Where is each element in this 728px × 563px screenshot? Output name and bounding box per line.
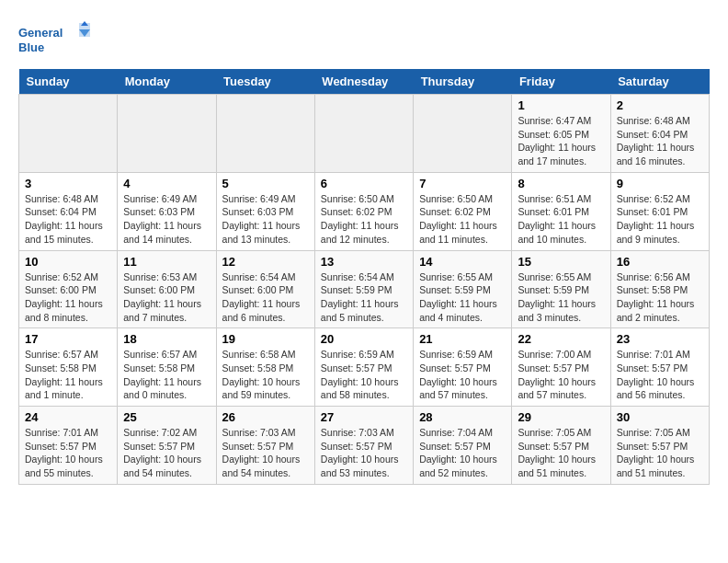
- day-info: Sunrise: 7:00 AM Sunset: 5:57 PM Dayligh…: [518, 348, 604, 402]
- day-info: Sunrise: 6:47 AM Sunset: 6:05 PM Dayligh…: [518, 114, 604, 168]
- day-number: 1: [518, 98, 604, 112]
- calendar-cell: [19, 95, 118, 173]
- calendar-cell: 17Sunrise: 6:57 AM Sunset: 5:58 PM Dayli…: [19, 328, 118, 407]
- day-info: Sunrise: 7:03 AM Sunset: 5:57 PM Dayligh…: [222, 426, 309, 480]
- day-info: Sunrise: 7:01 AM Sunset: 5:57 PM Dayligh…: [25, 426, 111, 480]
- day-number: 18: [123, 332, 210, 346]
- day-number: 15: [518, 255, 604, 269]
- day-info: Sunrise: 7:05 AM Sunset: 5:57 PM Dayligh…: [617, 426, 703, 480]
- day-info: Sunrise: 7:05 AM Sunset: 5:57 PM Dayligh…: [518, 426, 604, 480]
- day-number: 5: [222, 177, 309, 190]
- logo-svg: General Blue: [18, 18, 92, 60]
- day-number: 17: [25, 332, 111, 346]
- calendar-cell: [118, 95, 216, 173]
- weekday-header-thursday: Thursday: [414, 69, 512, 95]
- calendar-cell: 23Sunrise: 7:01 AM Sunset: 5:57 PM Dayli…: [610, 328, 709, 407]
- day-number: 11: [123, 255, 210, 269]
- calendar-cell: 30Sunrise: 7:05 AM Sunset: 5:57 PM Dayli…: [610, 407, 709, 485]
- day-number: 3: [25, 177, 111, 190]
- calendar-cell: 14Sunrise: 6:55 AM Sunset: 5:59 PM Dayli…: [414, 250, 512, 328]
- calendar-cell: 27Sunrise: 7:03 AM Sunset: 5:57 PM Dayli…: [314, 407, 413, 485]
- day-number: 12: [222, 255, 309, 269]
- day-info: Sunrise: 6:57 AM Sunset: 5:58 PM Dayligh…: [25, 348, 111, 402]
- logo: General Blue: [18, 18, 92, 60]
- day-number: 26: [222, 410, 309, 424]
- day-info: Sunrise: 6:53 AM Sunset: 6:00 PM Dayligh…: [123, 270, 210, 325]
- calendar-week-row: 17Sunrise: 6:57 AM Sunset: 5:58 PM Dayli…: [19, 328, 710, 407]
- day-info: Sunrise: 6:55 AM Sunset: 5:59 PM Dayligh…: [419, 270, 506, 325]
- calendar-cell: 9Sunrise: 6:52 AM Sunset: 6:01 PM Daylig…: [610, 172, 709, 250]
- calendar-cell: 11Sunrise: 6:53 AM Sunset: 6:00 PM Dayli…: [118, 250, 216, 328]
- day-info: Sunrise: 6:48 AM Sunset: 6:04 PM Dayligh…: [25, 192, 111, 247]
- day-info: Sunrise: 6:50 AM Sunset: 6:02 PM Dayligh…: [419, 192, 506, 247]
- weekday-header-row: SundayMondayTuesdayWednesdayThursdayFrid…: [19, 69, 710, 95]
- day-info: Sunrise: 7:01 AM Sunset: 5:57 PM Dayligh…: [617, 348, 703, 402]
- day-number: 6: [321, 177, 407, 190]
- day-number: 14: [419, 255, 506, 269]
- calendar-cell: 8Sunrise: 6:51 AM Sunset: 6:01 PM Daylig…: [512, 172, 610, 250]
- calendar-cell: [216, 95, 314, 173]
- calendar-cell: [414, 95, 512, 173]
- svg-text:Blue: Blue: [18, 40, 44, 54]
- calendar-cell: 29Sunrise: 7:05 AM Sunset: 5:57 PM Dayli…: [512, 407, 610, 485]
- day-info: Sunrise: 6:50 AM Sunset: 6:02 PM Dayligh…: [321, 192, 407, 247]
- day-number: 13: [321, 255, 407, 269]
- calendar-cell: 2Sunrise: 6:48 AM Sunset: 6:04 PM Daylig…: [610, 95, 709, 173]
- calendar-cell: 3Sunrise: 6:48 AM Sunset: 6:04 PM Daylig…: [19, 172, 118, 250]
- calendar-cell: [314, 95, 413, 173]
- calendar-cell: 4Sunrise: 6:49 AM Sunset: 6:03 PM Daylig…: [118, 172, 216, 250]
- weekday-header-tuesday: Tuesday: [216, 69, 314, 95]
- day-info: Sunrise: 6:54 AM Sunset: 6:00 PM Dayligh…: [222, 270, 309, 325]
- day-number: 16: [617, 255, 703, 269]
- day-number: 2: [617, 98, 703, 112]
- calendar-cell: 15Sunrise: 6:55 AM Sunset: 5:59 PM Dayli…: [512, 250, 610, 328]
- calendar-cell: 25Sunrise: 7:02 AM Sunset: 5:57 PM Dayli…: [118, 407, 216, 485]
- calendar-cell: 13Sunrise: 6:54 AM Sunset: 5:59 PM Dayli…: [314, 250, 413, 328]
- weekday-header-wednesday: Wednesday: [314, 69, 413, 95]
- day-number: 20: [321, 332, 407, 346]
- day-number: 28: [419, 410, 506, 424]
- day-info: Sunrise: 7:02 AM Sunset: 5:57 PM Dayligh…: [123, 426, 210, 480]
- day-number: 7: [419, 177, 506, 190]
- day-number: 21: [419, 332, 506, 346]
- day-info: Sunrise: 6:49 AM Sunset: 6:03 PM Dayligh…: [222, 192, 309, 247]
- calendar-cell: 7Sunrise: 6:50 AM Sunset: 6:02 PM Daylig…: [414, 172, 512, 250]
- calendar-cell: 26Sunrise: 7:03 AM Sunset: 5:57 PM Dayli…: [216, 407, 314, 485]
- day-number: 10: [25, 255, 111, 269]
- calendar-cell: 21Sunrise: 6:59 AM Sunset: 5:57 PM Dayli…: [414, 328, 512, 407]
- day-info: Sunrise: 6:59 AM Sunset: 5:57 PM Dayligh…: [321, 348, 407, 402]
- calendar-cell: 20Sunrise: 6:59 AM Sunset: 5:57 PM Dayli…: [314, 328, 413, 407]
- day-number: 23: [617, 332, 703, 346]
- day-info: Sunrise: 6:52 AM Sunset: 6:01 PM Dayligh…: [617, 192, 703, 247]
- calendar-cell: 12Sunrise: 6:54 AM Sunset: 6:00 PM Dayli…: [216, 250, 314, 328]
- calendar-cell: 28Sunrise: 7:04 AM Sunset: 5:57 PM Dayli…: [414, 407, 512, 485]
- day-number: 24: [25, 410, 111, 424]
- svg-text:General: General: [18, 26, 63, 40]
- weekday-header-saturday: Saturday: [610, 69, 709, 95]
- weekday-header-sunday: Sunday: [19, 69, 118, 95]
- calendar-cell: 10Sunrise: 6:52 AM Sunset: 6:00 PM Dayli…: [19, 250, 118, 328]
- day-info: Sunrise: 6:57 AM Sunset: 5:58 PM Dayligh…: [123, 348, 210, 402]
- day-info: Sunrise: 6:55 AM Sunset: 5:59 PM Dayligh…: [518, 270, 604, 325]
- weekday-header-monday: Monday: [118, 69, 216, 95]
- day-number: 29: [518, 410, 604, 424]
- day-number: 30: [617, 410, 703, 424]
- calendar-cell: 22Sunrise: 7:00 AM Sunset: 5:57 PM Dayli…: [512, 328, 610, 407]
- day-info: Sunrise: 6:52 AM Sunset: 6:00 PM Dayligh…: [25, 270, 111, 325]
- page-header: General Blue: [18, 18, 710, 60]
- day-number: 8: [518, 177, 604, 190]
- day-number: 19: [222, 332, 309, 346]
- calendar-cell: 1Sunrise: 6:47 AM Sunset: 6:05 PM Daylig…: [512, 95, 610, 173]
- day-number: 27: [321, 410, 407, 424]
- weekday-header-friday: Friday: [512, 69, 610, 95]
- day-number: 4: [123, 177, 210, 190]
- day-number: 22: [518, 332, 604, 346]
- calendar-week-row: 10Sunrise: 6:52 AM Sunset: 6:00 PM Dayli…: [19, 250, 710, 328]
- calendar-cell: 5Sunrise: 6:49 AM Sunset: 6:03 PM Daylig…: [216, 172, 314, 250]
- day-info: Sunrise: 6:56 AM Sunset: 5:58 PM Dayligh…: [617, 270, 703, 325]
- day-info: Sunrise: 6:48 AM Sunset: 6:04 PM Dayligh…: [617, 114, 703, 168]
- calendar-week-row: 24Sunrise: 7:01 AM Sunset: 5:57 PM Dayli…: [19, 407, 710, 485]
- day-info: Sunrise: 6:58 AM Sunset: 5:58 PM Dayligh…: [222, 348, 309, 402]
- day-info: Sunrise: 6:51 AM Sunset: 6:01 PM Dayligh…: [518, 192, 604, 247]
- day-number: 25: [123, 410, 210, 424]
